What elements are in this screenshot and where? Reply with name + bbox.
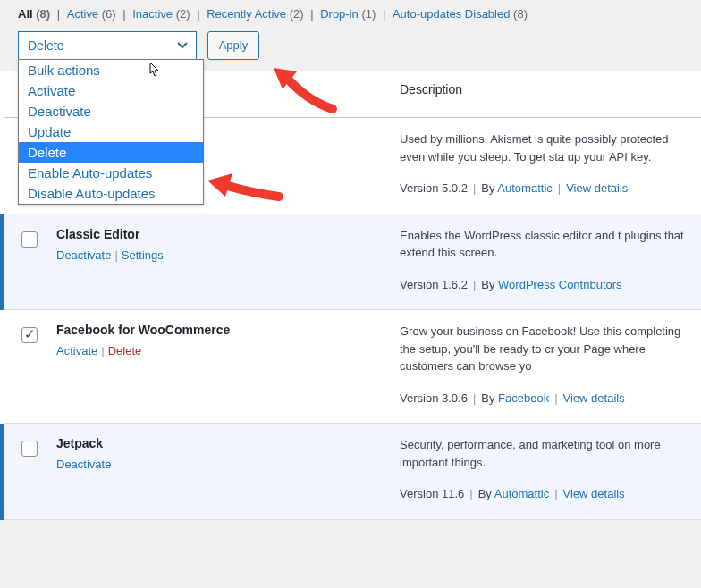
row-checkbox[interactable]	[21, 231, 38, 248]
separator: |	[473, 278, 476, 291]
separator: |	[473, 181, 476, 195]
plugin-author-link[interactable]: WordPress Contributors	[498, 278, 621, 291]
filter-bar: All (8) | Active (6) | Inactive (2) | Re…	[0, 0, 701, 26]
row-actions: Deactivate|Settings	[56, 248, 382, 262]
plugin-version: Version 1.6.2	[400, 278, 468, 291]
filter-all[interactable]: All (8)	[18, 7, 50, 21]
plugin-description: Security, performance, and marketing too…	[400, 436, 692, 471]
table-row: JetpackDeactivateSecurity, performance, …	[2, 424, 701, 520]
by-label: By	[481, 181, 497, 195]
bulk-option-update[interactable]: Update	[19, 122, 203, 142]
plugin-author-link[interactable]: Facebook	[498, 391, 549, 405]
filter-active[interactable]: Active (6)	[67, 7, 116, 21]
row-checkbox[interactable]	[21, 441, 38, 457]
plugin-title: Jetpack	[56, 436, 382, 450]
table-row: Facebook for WooCommerceActivate|DeleteG…	[2, 310, 701, 424]
plugin-description: Used by millions, Akismet is quite possi…	[400, 130, 692, 165]
separator: |	[469, 487, 472, 500]
filter-count: (6)	[102, 7, 116, 21]
table-row: Classic EditorDeactivate|SettingsEnables…	[2, 214, 701, 310]
plugin-description: Grow your business on Facebook! Use this…	[400, 323, 692, 375]
bulk-option-delete[interactable]: Delete	[19, 142, 203, 163]
separator: |	[554, 391, 557, 405]
plugin-version: Version 11.6	[400, 487, 464, 500]
separator: |	[120, 7, 130, 21]
action-deactivate[interactable]: Deactivate	[56, 458, 111, 471]
separator: |	[54, 7, 63, 21]
bulk-option-disable-auto-updates[interactable]: Disable Auto-updates	[19, 183, 203, 204]
column-description[interactable]: Description	[391, 71, 701, 118]
separator: |	[194, 7, 204, 21]
row-actions: Activate|Delete	[56, 344, 382, 357]
plugin-author-link[interactable]: Automattic	[494, 487, 549, 500]
by-label: By	[478, 487, 494, 500]
view-details-link[interactable]: View details	[566, 181, 628, 195]
by-label: By	[481, 391, 498, 405]
plugin-meta: Version 3.0.6|By Facebook|View details	[400, 390, 692, 407]
filter-count: (2)	[176, 7, 190, 21]
plugin-description: Enables the WordPress classic editor and…	[400, 227, 692, 262]
row-checkbox[interactable]	[21, 327, 38, 343]
filter-count: (8)	[513, 7, 528, 21]
bulk-option-enable-auto-updates[interactable]: Enable Auto-updates	[19, 163, 203, 183]
plugin-title: Facebook for WooCommerce	[56, 323, 382, 337]
plugin-author-link[interactable]: Automattic	[497, 181, 552, 195]
action-deactivate[interactable]: Deactivate	[56, 248, 111, 262]
bulk-action-dropdown: Bulk actionsActivateDeactivateUpdateDele…	[18, 59, 204, 205]
separator: |	[114, 248, 117, 262]
view-details-link[interactable]: View details	[563, 391, 625, 405]
plugin-meta: Version 1.6.2|By WordPress Contributors	[400, 276, 692, 294]
separator: |	[101, 344, 104, 357]
separator: |	[558, 181, 561, 195]
bulk-option-deactivate[interactable]: Deactivate	[19, 101, 203, 122]
action-delete[interactable]: Delete	[108, 344, 142, 357]
plugin-version: Version 3.0.6	[400, 391, 468, 405]
filter-inactive[interactable]: Inactive (2)	[132, 7, 190, 21]
by-label: By	[481, 278, 498, 291]
filter-auto-updates-disabled[interactable]: Auto-updates Disabled (8)	[393, 7, 528, 21]
bulk-select-value: Delete	[28, 38, 63, 53]
action-activate[interactable]: Activate	[56, 344, 97, 357]
bulk-option-bulk-actions[interactable]: Bulk actions	[19, 60, 203, 80]
filter-count: (2)	[290, 7, 304, 21]
action-settings[interactable]: Settings	[122, 248, 164, 262]
chevron-down-icon	[176, 39, 189, 52]
separator: |	[473, 391, 476, 405]
view-details-link[interactable]: View details	[563, 487, 625, 500]
bulk-option-activate[interactable]: Activate	[19, 80, 203, 101]
filter-count: (8)	[36, 7, 50, 21]
filter-count: (1)	[361, 7, 376, 21]
plugin-meta: Version 5.0.2|By Automattic|View details	[400, 180, 692, 197]
separator: |	[554, 487, 557, 500]
filter-recently-active[interactable]: Recently Active (2)	[207, 7, 303, 21]
plugin-meta: Version 11.6|By Automattic|View details	[400, 485, 692, 503]
plugin-version: Version 5.0.2	[400, 181, 468, 195]
row-actions: Deactivate	[56, 458, 382, 471]
bulk-action-select[interactable]: Delete Bulk actionsActivateDeactivateUpd…	[18, 31, 197, 60]
separator: |	[308, 7, 317, 21]
apply-button[interactable]: Apply	[207, 31, 260, 60]
plugin-title: Classic Editor	[56, 227, 382, 241]
filter-drop-in[interactable]: Drop-in (1)	[320, 7, 376, 21]
separator: |	[379, 7, 389, 21]
